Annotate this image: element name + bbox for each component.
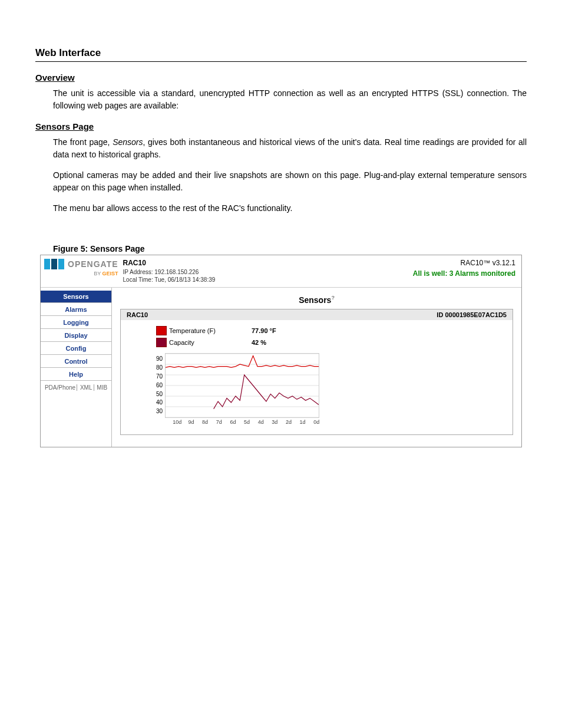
- panel-title: Sensors?: [120, 292, 513, 309]
- overview-heading: Overview: [35, 73, 527, 83]
- status-text: All is well: 3 Alarms monitored: [413, 269, 515, 278]
- sublink-mib[interactable]: MIB: [95, 384, 108, 391]
- nav-sublinks: PDA/Phone XML MIB: [41, 381, 111, 394]
- figure-caption: Figure 5: Sensors Page: [53, 244, 527, 253]
- temperature-swatch-icon: [156, 326, 167, 335]
- card-header: RAC10 ID 00001985E07AC1D5: [121, 309, 513, 320]
- ip-value: 192.168.150.226: [154, 269, 199, 275]
- capacity-swatch-icon: [156, 338, 167, 347]
- sublink-pdaphone[interactable]: PDA/Phone: [44, 384, 77, 391]
- nav-item-logging[interactable]: Logging: [41, 316, 111, 329]
- local-time-line: Local Time: Tue, 06/18/13 14:38:39: [123, 276, 216, 284]
- nav-item-help[interactable]: Help: [41, 368, 111, 381]
- help-icon[interactable]: ?: [331, 295, 335, 301]
- logo-byline: BY GEIST: [44, 271, 118, 276]
- nav-item-config[interactable]: Config: [41, 342, 111, 355]
- logo-blocks-icon: [44, 259, 65, 269]
- temperature-label: Temperature (F): [169, 327, 252, 334]
- byline-prefix: BY: [94, 271, 102, 276]
- capacity-value: 42 %: [252, 339, 310, 346]
- sensors-emphasis: Sensors: [113, 137, 143, 147]
- sensors-paragraph-3: The menu bar allows access to the rest o…: [53, 202, 527, 215]
- overview-paragraph: The unit is accessible via a standard, u…: [53, 87, 527, 112]
- device-name: RAC10: [123, 259, 216, 268]
- nav-sidebar: Sensors Alarms Logging Display Config Co…: [41, 288, 112, 447]
- header-right: RAC10™ v3.12.1 All is well: 3 Alarms mon…: [413, 259, 515, 278]
- capacity-label: Capacity: [169, 339, 252, 346]
- screenshot-header: OPENGATE BY GEIST RAC10 IP Address: 192.…: [41, 255, 521, 288]
- opengate-logo: OPENGATE: [44, 259, 118, 269]
- main-panel: Sensors? RAC10 ID 00001985E07AC1D5 Tempe…: [112, 288, 521, 447]
- chart-plot-area: [165, 353, 319, 418]
- logo-text: OPENGATE: [68, 259, 118, 269]
- sensors-page-screenshot: OPENGATE BY GEIST RAC10 IP Address: 192.…: [40, 255, 522, 447]
- temperature-value: 77.90 °F: [252, 327, 310, 334]
- chart-x-axis-labels: 10d9d8d7d6d5d4d3d2d1d0d: [170, 419, 323, 425]
- sublink-xml[interactable]: XML: [79, 384, 94, 391]
- card-id-value: 00001985E07AC1D5: [445, 311, 507, 318]
- version-text: RAC10™ v3.12.1: [413, 259, 515, 267]
- text-fragment: The front page,: [53, 137, 113, 147]
- time-value: Tue, 06/18/13 14:38:39: [154, 276, 215, 283]
- history-chart: 90807060504030: [156, 353, 495, 418]
- sensors-paragraph-1: The front page, Sensors, gives both inst…: [53, 136, 527, 161]
- readings-grid: Temperature (F) 77.90 °F Capacity 42 %: [156, 326, 495, 347]
- device-card: RAC10 ID 00001985E07AC1D5 Temperature (F…: [120, 309, 513, 435]
- sensors-page-heading: Sensors Page: [35, 121, 527, 131]
- section-title: Web Interface: [35, 47, 527, 62]
- ip-address-line: IP Address: 192.168.150.226: [123, 268, 216, 276]
- card-id: ID 00001985E07AC1D5: [437, 311, 507, 318]
- nav-item-alarms[interactable]: Alarms: [41, 303, 111, 316]
- ip-label: IP Address:: [123, 269, 155, 275]
- card-name: RAC10: [127, 311, 148, 318]
- time-label: Local Time:: [123, 276, 155, 283]
- nav-item-control[interactable]: Control: [41, 355, 111, 368]
- nav-item-sensors[interactable]: Sensors: [41, 290, 111, 303]
- sensors-paragraph-2: Optional cameras may be added and their …: [53, 169, 527, 194]
- nav-item-display[interactable]: Display: [41, 329, 111, 342]
- panel-title-text: Sensors: [299, 295, 331, 304]
- byline-brand: GEIST: [103, 271, 118, 276]
- chart-y-axis-labels: 90807060504030: [156, 355, 165, 414]
- card-id-label: ID: [437, 311, 445, 318]
- device-info-block: RAC10 IP Address: 192.168.150.226 Local …: [123, 259, 216, 284]
